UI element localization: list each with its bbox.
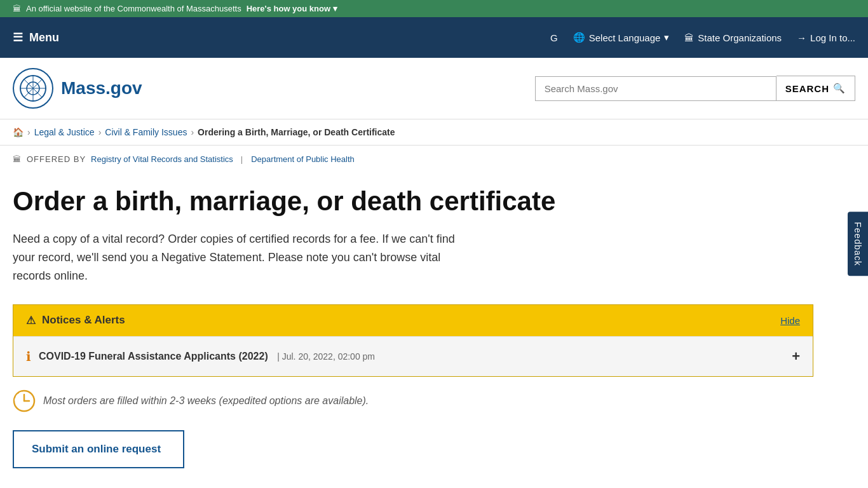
building-icon: 🏛 bbox=[684, 32, 694, 43]
breadcrumb-current[interactable]: Ordering a Birth, Marriage, or Death Cer… bbox=[198, 127, 395, 137]
breadcrumb-sep-2: › bbox=[98, 127, 102, 137]
search-button[interactable]: SEARCH 🔍 bbox=[776, 76, 855, 101]
heres-how-link[interactable]: Here's how you know ▾ bbox=[247, 4, 337, 13]
page-description: Need a copy of a vital record? Order cop… bbox=[13, 230, 458, 285]
clock-icon bbox=[13, 390, 36, 412]
offered-by-icon: 🏛 bbox=[13, 154, 22, 164]
chevron-down-icon: ▾ bbox=[333, 4, 337, 13]
site-header: Mass.gov SEARCH 🔍 bbox=[0, 58, 868, 119]
registry-link[interactable]: Registry of Vital Records and Statistics bbox=[91, 154, 233, 164]
notice-title[interactable]: COVID-19 Funeral Assistance Applicants (… bbox=[39, 351, 268, 362]
breadcrumb-home[interactable]: 🏠 bbox=[13, 127, 24, 137]
logo-emblem bbox=[13, 68, 53, 109]
banner-text: An official website of the Commonwealth … bbox=[26, 4, 241, 13]
mass-seal-icon bbox=[19, 74, 47, 102]
search-input[interactable] bbox=[535, 76, 776, 101]
search-icon: 🔍 bbox=[833, 83, 846, 94]
notices-header-left: ⚠ Notices & Alerts bbox=[26, 314, 125, 327]
notice-item: ℹ COVID-19 Funeral Assistance Applicants… bbox=[13, 336, 813, 376]
page-title: Order a birth, marriage, or death certif… bbox=[13, 186, 813, 217]
nav-right: G 🌐 Select Language ▾ 🏛 State Organizati… bbox=[550, 32, 855, 43]
feedback-tab[interactable]: Feedback bbox=[848, 212, 868, 276]
dept-public-health-link[interactable]: Department of Public Health bbox=[251, 154, 355, 164]
google-translate-icon[interactable]: G bbox=[550, 32, 558, 43]
notice-date: | Jul. 20, 2022, 02:00 pm bbox=[277, 351, 375, 362]
globe-icon: 🌐 bbox=[573, 32, 585, 43]
search-area: SEARCH 🔍 bbox=[535, 76, 855, 101]
select-language-link[interactable]: 🌐 Select Language ▾ bbox=[573, 32, 670, 43]
notices-label: Notices & Alerts bbox=[42, 314, 125, 327]
offered-by-label: OFFERED BY bbox=[27, 154, 86, 164]
notice-info-icon: ℹ bbox=[26, 349, 31, 364]
submit-online-request-button[interactable]: Submit an online request bbox=[13, 430, 184, 468]
state-organizations-link[interactable]: 🏛 State Organizations bbox=[684, 32, 782, 43]
breadcrumb: 🏠 › Legal & Justice › Civil & Family Iss… bbox=[0, 119, 868, 146]
main-nav: ☰ Menu G 🌐 Select Language ▾ 🏛 State Org… bbox=[0, 17, 868, 58]
notices-box: ⚠ Notices & Alerts Hide ℹ COVID-19 Funer… bbox=[13, 304, 813, 377]
chevron-down-icon: ▾ bbox=[664, 32, 669, 43]
notices-header: ⚠ Notices & Alerts Hide bbox=[13, 305, 813, 336]
login-link[interactable]: → Log In to... bbox=[797, 32, 855, 43]
alert-triangle-icon: ⚠ bbox=[26, 314, 36, 327]
logo-text: Mass.gov bbox=[61, 78, 142, 98]
menu-button[interactable]: ☰ Menu bbox=[13, 30, 59, 44]
hamburger-icon: ☰ bbox=[13, 30, 23, 44]
breadcrumb-civil[interactable]: Civil & Family Issues bbox=[105, 127, 187, 137]
menu-label: Menu bbox=[29, 31, 59, 44]
login-icon: → bbox=[797, 32, 806, 43]
offered-by-bar: 🏛 OFFERED BY Registry of Vital Records a… bbox=[0, 146, 868, 173]
order-info: Most orders are filled within 2-3 weeks … bbox=[13, 390, 813, 412]
top-banner: 🏛 An official website of the Commonwealt… bbox=[0, 0, 868, 17]
notice-item-left: ℹ COVID-19 Funeral Assistance Applicants… bbox=[26, 349, 375, 364]
main-content: Order a birth, marriage, or death certif… bbox=[0, 173, 826, 488]
hide-notices-button[interactable]: Hide bbox=[780, 315, 800, 326]
breadcrumb-sep-1: › bbox=[27, 127, 31, 137]
offered-sep: | bbox=[241, 154, 243, 164]
breadcrumb-sep-3: › bbox=[191, 127, 194, 137]
breadcrumb-legal[interactable]: Legal & Justice bbox=[34, 127, 95, 137]
official-icon: 🏛 bbox=[13, 4, 21, 13]
order-info-text: Most orders are filled within 2-3 weeks … bbox=[43, 395, 369, 407]
notice-expand-button[interactable]: + bbox=[792, 348, 800, 365]
site-logo[interactable]: Mass.gov bbox=[13, 68, 142, 109]
